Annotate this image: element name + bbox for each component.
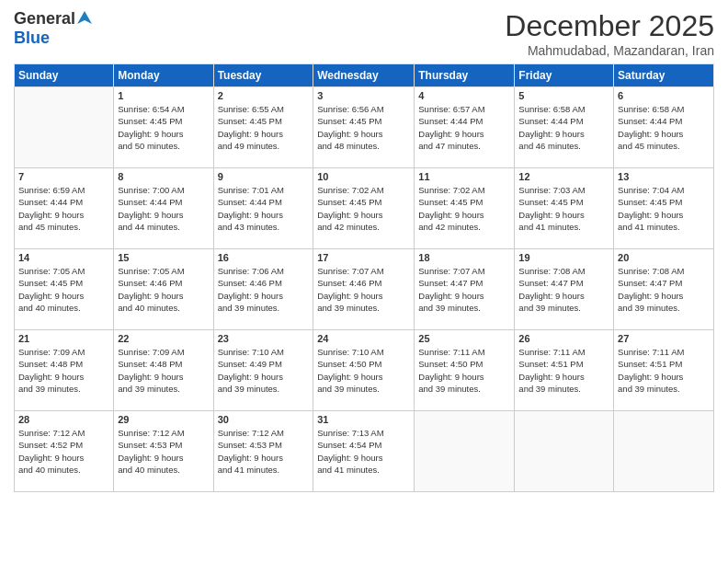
calendar-cell: 18Sunrise: 7:07 AMSunset: 4:47 PMDayligh…	[415, 249, 515, 330]
cell-content: Sunrise: 7:10 AM	[317, 346, 410, 358]
day-number: 18	[418, 252, 510, 263]
cell-content: Sunset: 4:45 PM	[317, 196, 410, 208]
cell-content: Daylight: 9 hours	[317, 371, 410, 383]
cell-content: Daylight: 9 hours	[317, 128, 410, 140]
header-monday: Monday	[114, 64, 213, 87]
day-number: 30	[218, 414, 310, 425]
cell-content: Sunrise: 7:01 AM	[218, 184, 310, 196]
day-number: 10	[317, 171, 410, 182]
calendar-table: Sunday Monday Tuesday Wednesday Thursday…	[14, 63, 714, 492]
calendar-week-5: 28Sunrise: 7:12 AMSunset: 4:52 PMDayligh…	[15, 411, 714, 492]
calendar-cell: 10Sunrise: 7:02 AMSunset: 4:45 PMDayligh…	[313, 168, 415, 249]
cell-content: and 42 minutes.	[418, 221, 510, 233]
cell-content: and 46 minutes.	[518, 140, 609, 152]
calendar-week-2: 7Sunrise: 6:59 AMSunset: 4:44 PMDaylight…	[15, 168, 714, 249]
cell-content: Sunrise: 7:08 AM	[518, 265, 609, 277]
cell-content: and 48 minutes.	[317, 140, 410, 152]
cell-content: and 39 minutes.	[418, 302, 510, 314]
cell-content: Sunset: 4:52 PM	[18, 439, 109, 451]
cell-content: Sunrise: 7:12 AM	[118, 427, 209, 439]
cell-content: Daylight: 9 hours	[618, 128, 710, 140]
day-number: 29	[118, 414, 209, 425]
calendar-cell: 3Sunrise: 6:56 AMSunset: 4:45 PMDaylight…	[313, 87, 415, 168]
calendar-cell	[415, 411, 515, 492]
cell-content: and 50 minutes.	[118, 140, 209, 152]
calendar-cell: 24Sunrise: 7:10 AMSunset: 4:50 PMDayligh…	[313, 330, 415, 411]
cell-content: Sunset: 4:50 PM	[418, 358, 510, 370]
calendar-cell: 19Sunrise: 7:08 AMSunset: 4:47 PMDayligh…	[515, 249, 614, 330]
logo-bird-icon	[77, 11, 92, 28]
calendar-title: December 2025	[505, 9, 714, 43]
cell-content: Sunset: 4:53 PM	[118, 439, 209, 451]
calendar-cell: 31Sunrise: 7:13 AMSunset: 4:54 PMDayligh…	[313, 411, 415, 492]
calendar-cell: 9Sunrise: 7:01 AMSunset: 4:44 PMDaylight…	[213, 168, 313, 249]
cell-content: Daylight: 9 hours	[518, 128, 609, 140]
day-number: 4	[418, 90, 510, 101]
cell-content: and 40 minutes.	[118, 302, 209, 314]
cell-content: and 39 minutes.	[317, 302, 410, 314]
cell-content: Daylight: 9 hours	[518, 371, 609, 383]
cell-content: Daylight: 9 hours	[218, 290, 310, 302]
cell-content: Daylight: 9 hours	[618, 209, 710, 221]
calendar-cell: 28Sunrise: 7:12 AMSunset: 4:52 PMDayligh…	[15, 411, 114, 492]
cell-content: and 40 minutes.	[18, 302, 109, 314]
day-number: 2	[218, 90, 310, 101]
calendar-cell: 23Sunrise: 7:10 AMSunset: 4:49 PMDayligh…	[213, 330, 313, 411]
day-number: 19	[518, 252, 609, 263]
cell-content: Sunrise: 6:56 AM	[317, 103, 410, 115]
cell-content: Sunset: 4:45 PM	[618, 196, 710, 208]
cell-content: Daylight: 9 hours	[218, 371, 310, 383]
day-number: 26	[518, 333, 609, 344]
cell-content: Sunset: 4:45 PM	[518, 196, 609, 208]
cell-content: Sunset: 4:45 PM	[218, 115, 310, 127]
page: General Blue December 2025 Mahmudabad, M…	[0, 0, 728, 563]
cell-content: Sunset: 4:44 PM	[618, 115, 710, 127]
header-friday: Friday	[515, 64, 614, 87]
cell-content: Sunset: 4:45 PM	[118, 115, 209, 127]
cell-content: Sunrise: 6:59 AM	[18, 184, 109, 196]
calendar-cell: 12Sunrise: 7:03 AMSunset: 4:45 PMDayligh…	[515, 168, 614, 249]
cell-content: and 47 minutes.	[418, 140, 510, 152]
cell-content: and 41 minutes.	[218, 464, 310, 476]
cell-content: Sunrise: 7:09 AM	[18, 346, 109, 358]
cell-content: Sunset: 4:45 PM	[317, 115, 410, 127]
calendar-subtitle: Mahmudabad, Mazandaran, Iran	[505, 43, 714, 58]
cell-content: Daylight: 9 hours	[118, 371, 209, 383]
svg-marker-0	[77, 11, 92, 24]
cell-content: Sunset: 4:51 PM	[518, 358, 609, 370]
day-number: 15	[118, 252, 209, 263]
calendar-cell	[614, 411, 714, 492]
calendar-cell: 8Sunrise: 7:00 AMSunset: 4:44 PMDaylight…	[114, 168, 213, 249]
cell-content: Sunset: 4:47 PM	[518, 277, 609, 289]
cell-content: Daylight: 9 hours	[618, 290, 710, 302]
cell-content: Sunset: 4:48 PM	[118, 358, 209, 370]
calendar-cell: 4Sunrise: 6:57 AMSunset: 4:44 PMDaylight…	[415, 87, 515, 168]
logo-general-text: General	[14, 9, 75, 29]
calendar-cell	[515, 411, 614, 492]
cell-content: and 39 minutes.	[618, 383, 710, 395]
day-number: 14	[18, 252, 109, 263]
cell-content: Sunrise: 7:11 AM	[618, 346, 710, 358]
cell-content: Sunset: 4:44 PM	[218, 196, 310, 208]
cell-content: Daylight: 9 hours	[418, 209, 510, 221]
cell-content: Sunset: 4:48 PM	[18, 358, 109, 370]
calendar-cell: 21Sunrise: 7:09 AMSunset: 4:48 PMDayligh…	[15, 330, 114, 411]
cell-content: Daylight: 9 hours	[118, 128, 209, 140]
cell-content: Daylight: 9 hours	[418, 128, 510, 140]
cell-content: and 45 minutes.	[618, 140, 710, 152]
cell-content: Sunrise: 7:12 AM	[18, 427, 109, 439]
day-number: 25	[418, 333, 510, 344]
header: General Blue December 2025 Mahmudabad, M…	[14, 9, 714, 58]
cell-content: and 39 minutes.	[317, 383, 410, 395]
cell-content: Daylight: 9 hours	[118, 209, 209, 221]
calendar-cell: 26Sunrise: 7:11 AMSunset: 4:51 PMDayligh…	[515, 330, 614, 411]
calendar-cell: 20Sunrise: 7:08 AMSunset: 4:47 PMDayligh…	[614, 249, 714, 330]
cell-content: Sunrise: 6:54 AM	[118, 103, 209, 115]
cell-content: Daylight: 9 hours	[317, 209, 410, 221]
cell-content: and 39 minutes.	[218, 302, 310, 314]
cell-content: and 40 minutes.	[118, 464, 209, 476]
calendar-cell: 2Sunrise: 6:55 AMSunset: 4:45 PMDaylight…	[213, 87, 313, 168]
day-number: 16	[218, 252, 310, 263]
cell-content: Sunset: 4:49 PM	[218, 358, 310, 370]
cell-content: Sunrise: 7:02 AM	[317, 184, 410, 196]
